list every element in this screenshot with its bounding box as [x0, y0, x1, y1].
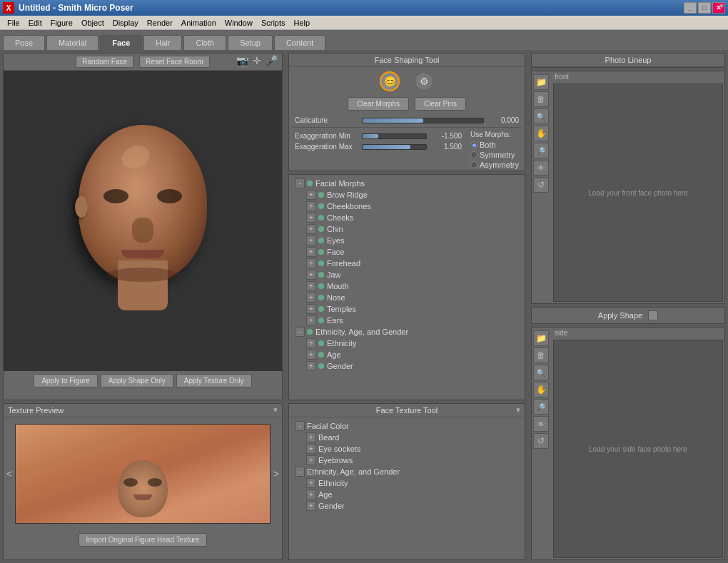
random-face-button[interactable]: Random Face	[76, 56, 133, 68]
menu-figure[interactable]: Figure	[46, 17, 77, 29]
tree-forehead[interactable]: + Forehead	[303, 258, 522, 269]
front-trash-icon[interactable]: 🗑	[533, 91, 549, 107]
tree-beard[interactable]: + Beard	[303, 432, 522, 443]
texture-corner-icon[interactable]: ▼	[272, 406, 279, 414]
side-trash-icon[interactable]: 🗑	[533, 348, 549, 363]
front-zoom-out-icon[interactable]: 🔍	[533, 108, 549, 124]
tree-ethnicity[interactable]: + Ethnicity	[303, 338, 522, 349]
tab-cloth[interactable]: Cloth	[183, 35, 226, 50]
tree-facial-morphs[interactable]: - Facial Morphs	[292, 178, 522, 189]
tree-cheeks[interactable]: + Cheeks	[303, 212, 522, 223]
front-face-icon[interactable]: 👁	[533, 160, 549, 176]
tree-age[interactable]: + Age	[303, 349, 522, 360]
menu-object[interactable]: Object	[77, 17, 108, 29]
texture-preview-header: Texture Preview ▼	[4, 404, 282, 417]
texture-tool-corner-icon[interactable]: ▼	[515, 406, 522, 414]
tab-hair[interactable]: Hair	[143, 35, 182, 50]
dot-jaw	[318, 272, 324, 278]
texture-nav-right[interactable]: >	[273, 468, 279, 480]
tree-eyes[interactable]: + Eyes	[303, 235, 522, 246]
tree-mouth[interactable]: + Mouth	[303, 280, 522, 292]
texture-ethnicity-children: + Ethnicity + Age + Gender	[292, 477, 522, 512]
front-photo-drop-area[interactable]: Load your front face photo here	[553, 83, 723, 302]
face-tool-active-icon[interactable]: 😊	[380, 71, 400, 91]
tab-content[interactable]: Content	[274, 35, 326, 50]
tab-setup[interactable]: Setup	[228, 35, 273, 50]
tree-texture-ethnicity[interactable]: + Ethnicity	[303, 477, 522, 489]
tree-gender[interactable]: + Gender	[303, 360, 522, 372]
exaggeration-min-slider[interactable]	[362, 133, 427, 139]
side-zoom-in-icon[interactable]: 🔎	[533, 399, 549, 415]
radio-asymmetry[interactable]: Asymmetry	[470, 161, 519, 169]
apply-shape-checkbox[interactable]	[648, 310, 658, 320]
label-beard: Beard	[318, 433, 339, 442]
tab-pose[interactable]: Pose	[3, 35, 45, 50]
shaping-corner-icon[interactable]: ▼	[718, 2, 725, 10]
tree-face[interactable]: + Face	[303, 246, 522, 258]
titlebar: X Untitled - Smith Micro Poser _ □ ✕	[0, 0, 728, 16]
expand-temples: +	[306, 304, 316, 314]
texture-tool-header: Face Texture Tool ▼	[289, 404, 525, 417]
face-tool-settings-icon[interactable]: ⚙	[414, 71, 434, 91]
tab-face[interactable]: Face	[100, 35, 142, 50]
texture-preview-panel: Texture Preview ▼ < >	[3, 403, 283, 560]
expand-eye-sockets: +	[306, 444, 316, 454]
dot-chin	[318, 226, 324, 232]
tree-chin[interactable]: + Chin	[303, 223, 522, 235]
texture-nav-left[interactable]: <	[6, 468, 12, 480]
clear-morphs-button[interactable]: Clear Morphs	[348, 97, 409, 111]
front-zoom-in-icon[interactable]: 🔎	[533, 143, 549, 158]
tree-texture-gender[interactable]: + Gender	[303, 500, 522, 512]
radio-symmetry[interactable]: Symmetry	[470, 151, 519, 159]
exaggeration-max-slider[interactable]	[362, 144, 427, 150]
apply-texture-only-button[interactable]: Apply Texture Only	[176, 374, 252, 387]
menu-scripts[interactable]: Scripts	[257, 17, 290, 29]
tree-brow-ridge[interactable]: + Brow Ridge	[303, 189, 522, 201]
front-rotate-icon[interactable]: ↺	[533, 177, 549, 193]
menu-file[interactable]: File	[3, 17, 24, 29]
side-zoom-out-icon[interactable]: 🔍	[533, 365, 549, 380]
front-folder-icon[interactable]: 📁	[533, 74, 549, 90]
restore-button[interactable]: □	[698, 2, 711, 14]
menu-animation[interactable]: Animation	[177, 17, 221, 29]
tree-nose[interactable]: + Nose	[303, 292, 522, 303]
apply-shape-only-button[interactable]: Apply Shape Only	[101, 374, 173, 387]
tree-eyebrows[interactable]: + Eyebrows	[303, 455, 522, 466]
menu-help[interactable]: Help	[290, 17, 315, 29]
clear-pins-button[interactable]: Clear Pins	[415, 97, 466, 111]
front-hand-icon[interactable]: ✋	[533, 126, 549, 141]
tree-cheekbones[interactable]: + Cheekbones	[303, 201, 522, 212]
side-hand-icon[interactable]: ✋	[533, 382, 549, 397]
radio-asymmetry-label: Asymmetry	[480, 161, 519, 169]
menu-edit[interactable]: Edit	[24, 17, 46, 29]
side-photo-drop-area[interactable]: Load your side face photo here	[553, 340, 723, 558]
shaping-icons: 😊 ⚙	[289, 67, 525, 96]
import-texture-button[interactable]: Import Original Figure Head Texture	[79, 533, 208, 547]
apply-to-figure-button[interactable]: Apply to Figure	[34, 374, 97, 387]
reset-face-room-button[interactable]: Reset Face Room	[139, 56, 210, 68]
tree-temples[interactable]: + Temples	[303, 303, 522, 315]
side-rotate-icon[interactable]: ↺	[533, 433, 549, 449]
tab-material[interactable]: Material	[46, 35, 98, 50]
tree-jaw[interactable]: + Jaw	[303, 269, 522, 280]
title-text: Untitled - Smith Micro Poser	[19, 3, 133, 13]
side-folder-icon[interactable]: 📁	[533, 330, 549, 346]
tree-texture-ethnicity-group[interactable]: - Ethnicity, Age, and Gender	[292, 466, 522, 477]
label-face: Face	[327, 248, 344, 256]
radio-both[interactable]: Both	[470, 141, 519, 149]
label-eyes: Eyes	[327, 236, 344, 245]
mic-icon[interactable]: 🎤	[266, 55, 278, 66]
minimize-button[interactable]: _	[684, 2, 697, 14]
tree-facial-color[interactable]: - Facial Color	[292, 420, 522, 432]
tree-texture-age[interactable]: + Age	[303, 489, 522, 500]
menu-render[interactable]: Render	[143, 17, 177, 29]
caricature-slider[interactable]	[362, 118, 484, 123]
tree-eye-sockets[interactable]: + Eye sockets	[303, 443, 522, 455]
side-face-icon[interactable]: 👁	[533, 416, 549, 432]
camera-icon[interactable]: 📷	[236, 55, 248, 66]
tree-ethnicity-age-gender[interactable]: - Ethnicity, Age, and Gender	[292, 326, 522, 338]
menu-display[interactable]: Display	[108, 17, 143, 29]
menu-window[interactable]: Window	[221, 17, 257, 29]
move-icon[interactable]: ✛	[253, 55, 261, 66]
tree-ears[interactable]: + Ears	[303, 315, 522, 326]
